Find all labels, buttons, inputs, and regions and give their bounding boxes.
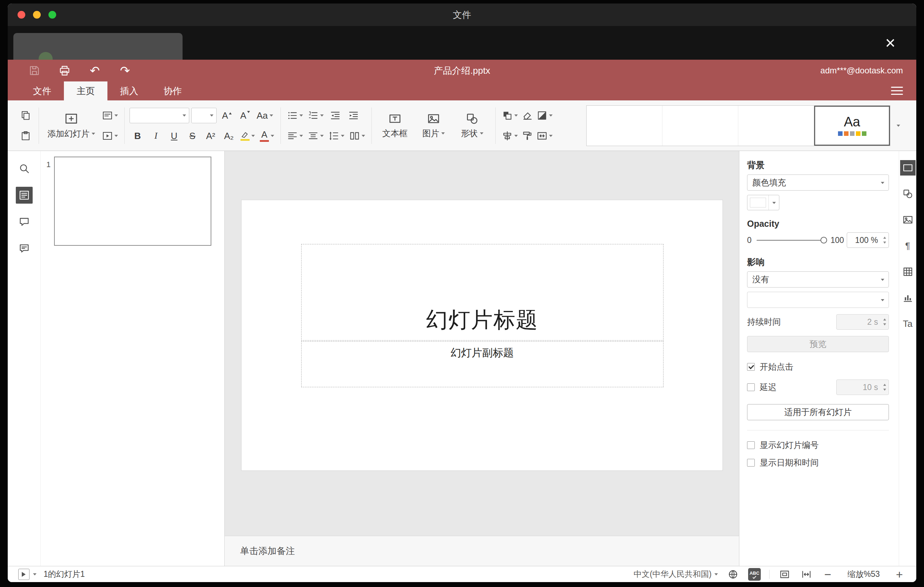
transition-variant-select[interactable]	[747, 292, 889, 308]
tab-insert[interactable]: 插入	[107, 81, 151, 101]
theme-option-selected[interactable]: Aa	[814, 106, 890, 146]
background-fill-select[interactable]: 颜色填充	[747, 175, 889, 191]
numbering-button[interactable]	[307, 107, 325, 124]
slide-thumbnail[interactable]	[54, 157, 211, 246]
insert-shape-button[interactable]: 形状	[454, 106, 490, 145]
opacity-slider[interactable]	[757, 240, 826, 241]
increase-indent-button[interactable]	[345, 107, 361, 124]
insert-image-button[interactable]: 图片	[415, 106, 452, 145]
theme-gallery-expand-button[interactable]	[890, 106, 906, 146]
columns-button[interactable]	[348, 128, 366, 144]
delay-checkbox[interactable]	[747, 383, 755, 391]
table-settings-button[interactable]	[900, 264, 916, 279]
window-close-button[interactable]	[18, 11, 25, 18]
horizontal-align-button[interactable]	[286, 128, 304, 144]
window-zoom-button[interactable]	[48, 11, 56, 18]
title-placeholder[interactable]: 幻灯片标题	[301, 244, 663, 341]
paste-button[interactable]	[18, 128, 34, 144]
theme-option-3[interactable]	[738, 106, 814, 146]
highlight-color-button[interactable]	[239, 128, 256, 144]
fill-color-button[interactable]	[535, 107, 554, 124]
clear-style-button[interactable]	[519, 107, 535, 124]
slide-size-button[interactable]	[535, 128, 554, 144]
font-size-combo[interactable]	[191, 108, 216, 123]
italic-button[interactable]: I	[148, 128, 164, 144]
slides-panel-button[interactable]	[16, 187, 33, 204]
spin-down-icon[interactable]	[883, 242, 886, 245]
transition-effect-select[interactable]: 没有	[747, 271, 889, 287]
language-selector[interactable]: 中文(中华人民共和国)	[634, 569, 718, 580]
zoom-in-button[interactable]: +	[893, 569, 906, 580]
paragraph-settings-button[interactable]: ¶	[900, 238, 916, 254]
redo-button[interactable]: ↷	[118, 64, 132, 77]
copy-style-button[interactable]	[519, 128, 535, 144]
search-button[interactable]	[16, 160, 33, 177]
notes-area[interactable]: 单击添加备注	[225, 536, 739, 566]
delay-input[interactable]: 10 s	[836, 379, 889, 395]
align-shapes-button[interactable]	[501, 128, 519, 144]
bullets-button[interactable]	[286, 107, 304, 124]
start-slideshow-button[interactable]	[101, 128, 119, 144]
fit-to-slide-button[interactable]	[778, 568, 791, 581]
show-slide-number-checkbox[interactable]	[747, 441, 755, 449]
arrange-shapes-button[interactable]	[501, 107, 519, 124]
fit-to-width-button[interactable]	[800, 568, 813, 581]
window-minimize-button[interactable]	[33, 11, 41, 18]
spin-up-icon[interactable]	[883, 235, 886, 239]
show-date-time-checkbox[interactable]	[747, 459, 755, 467]
comments-button[interactable]	[16, 213, 33, 230]
shape-settings-button[interactable]	[900, 186, 916, 201]
add-slide-button[interactable]: 添加幻灯片	[44, 106, 99, 145]
spinner-arrows[interactable]	[883, 317, 886, 327]
bold-button[interactable]: B	[130, 128, 146, 144]
strikethrough-button[interactable]: S	[184, 128, 200, 144]
start-slideshow-status-button[interactable]	[18, 569, 30, 580]
theme-option-2[interactable]	[662, 106, 738, 146]
underline-button[interactable]: U	[166, 128, 182, 144]
font-color-button[interactable]: A	[258, 128, 276, 144]
slide[interactable]: 幻灯片标题 幻灯片副标题	[241, 200, 723, 470]
tab-home[interactable]: 主页	[64, 81, 107, 101]
slide-layout-button[interactable]	[101, 107, 119, 124]
spellcheck-button[interactable]: ABC	[748, 568, 761, 581]
image-settings-button[interactable]	[900, 212, 916, 228]
save-button[interactable]	[27, 64, 41, 77]
tab-collaboration[interactable]: 协作	[151, 81, 195, 101]
print-button[interactable]	[58, 64, 72, 77]
decrease-indent-button[interactable]	[327, 107, 343, 124]
text-art-settings-button[interactable]: Ta	[900, 316, 916, 331]
opacity-slider-knob[interactable]	[820, 237, 827, 244]
background-color-picker[interactable]	[747, 195, 779, 210]
change-case-button[interactable]: Aa	[255, 107, 274, 124]
zoom-out-button[interactable]: −	[822, 569, 834, 580]
text-box-button[interactable]: 文本框	[377, 106, 413, 145]
chart-settings-button[interactable]	[900, 290, 916, 305]
undo-button[interactable]: ↶	[88, 64, 102, 77]
theme-option-1[interactable]	[587, 106, 662, 146]
decrease-font-button[interactable]: A	[237, 107, 253, 124]
font-name-combo[interactable]	[130, 108, 189, 123]
opacity-input[interactable]: 100 %	[847, 232, 889, 248]
apply-to-all-slides-button[interactable]: 适用于所有幻灯片	[747, 404, 889, 420]
chat-button[interactable]	[16, 240, 33, 257]
slide-canvas[interactable]: 幻灯片标题 幻灯片副标题	[225, 151, 739, 536]
duration-input[interactable]: 2 s	[836, 314, 889, 330]
subscript-button[interactable]: A₂	[221, 128, 237, 144]
preview-button[interactable]: 预览	[747, 336, 889, 352]
close-button[interactable]: ×	[881, 34, 899, 52]
start-on-click-checkbox[interactable]	[747, 363, 755, 371]
vertical-align-button[interactable]	[307, 128, 325, 144]
slide-settings-button[interactable]	[900, 160, 916, 176]
color-picker-expand[interactable]	[769, 195, 779, 210]
tab-file[interactable]: 文件	[20, 81, 64, 101]
document-language-button[interactable]	[726, 568, 740, 581]
spinner-arrows[interactable]	[883, 383, 886, 392]
copy-button[interactable]	[18, 107, 34, 124]
increase-font-button[interactable]: A	[219, 107, 235, 124]
subtitle-placeholder[interactable]: 幻灯片副标题	[301, 341, 663, 387]
chevron-down-icon[interactable]	[33, 573, 36, 577]
line-spacing-button[interactable]	[327, 128, 346, 144]
spinner-arrows[interactable]	[883, 235, 886, 245]
superscript-button[interactable]: A²	[203, 128, 219, 144]
menu-button[interactable]	[891, 87, 903, 95]
